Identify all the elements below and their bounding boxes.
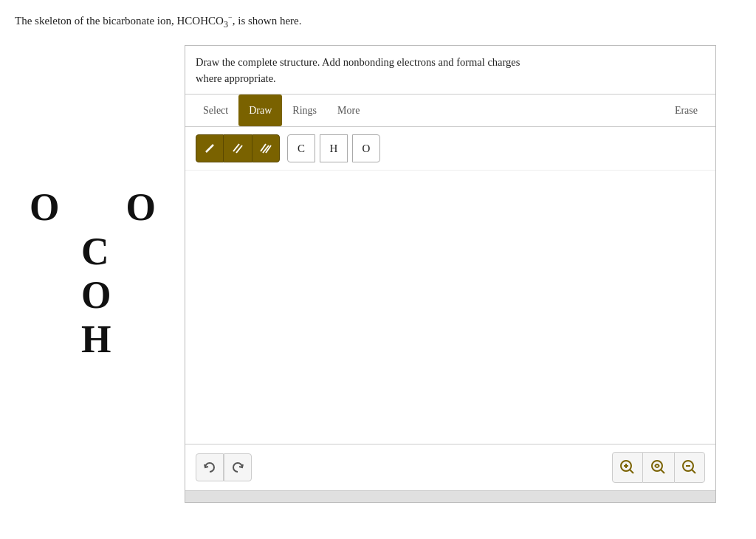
hydrogen-button[interactable]: H [320, 134, 348, 162]
atom-row-o-pair: O O [15, 185, 185, 230]
atom-row-o-mid: O [15, 273, 185, 317]
intro-text: The skeleton of the bicarbonate ion, HCO… [15, 12, 741, 32]
atom-C: C [81, 230, 109, 274]
zoom-out-button[interactable] [674, 452, 705, 483]
intro-text-before: The skeleton of the bicarbonate ion, HCO [15, 15, 200, 27]
atom-O-mid: O [81, 273, 111, 317]
svg-line-11 [661, 470, 664, 473]
draw-panel: Draw the complete structure. Add nonbond… [185, 45, 716, 504]
double-bond-icon [231, 142, 244, 155]
zoom-in-button[interactable] [612, 452, 643, 483]
zoom-out-icon [681, 459, 698, 476]
atom-H: H [81, 317, 111, 362]
zoom-in-icon [619, 459, 636, 476]
panel-instructions: Draw the complete structure. Add nonbond… [185, 46, 715, 95]
instructions-line2: where appropriate. [196, 72, 276, 84]
rings-button[interactable]: Rings [282, 95, 327, 126]
zoom-reset-icon [650, 459, 667, 476]
atom-O-left: O [30, 185, 59, 230]
atom-row-h: H [15, 317, 185, 362]
erase-button[interactable]: Erase [664, 100, 708, 121]
main-layout: O O C O H Draw the complete structure. A… [15, 45, 741, 504]
bond-tools: C H O [185, 127, 715, 171]
atom-row-c: C [15, 230, 185, 274]
double-bond-button[interactable] [224, 134, 252, 162]
draw-button[interactable]: Draw [238, 95, 282, 126]
intro-text-after: , is shown here. [233, 15, 302, 27]
single-bond-button[interactable] [196, 134, 224, 162]
instructions-line1: Draw the complete structure. Add nonbond… [196, 56, 520, 68]
single-bond-icon [203, 142, 216, 155]
bottom-controls [185, 444, 715, 490]
zoom-controls [612, 452, 705, 483]
skeleton-atoms: O O C O H [15, 45, 185, 362]
oxygen-button[interactable]: O [352, 134, 380, 162]
carbon-button[interactable]: C [287, 134, 315, 162]
toolbar: Select Draw Rings More Erase [185, 95, 715, 127]
triple-bond-icon [259, 142, 272, 155]
scrollbar-area[interactable] [185, 490, 715, 502]
redo-icon [231, 461, 244, 474]
atom-O-right: O [126, 185, 155, 230]
svg-line-9 [630, 470, 633, 473]
svg-line-0 [206, 145, 213, 152]
svg-line-14 [692, 470, 695, 473]
zoom-reset-button[interactable] [643, 452, 674, 483]
undo-icon [203, 461, 216, 474]
canvas-area[interactable] [185, 171, 715, 444]
svg-point-10 [652, 461, 662, 471]
triple-bond-button[interactable] [252, 134, 280, 162]
more-button[interactable]: More [327, 95, 370, 126]
undo-button[interactable] [196, 453, 224, 481]
select-button[interactable]: Select [193, 95, 238, 126]
redo-button[interactable] [224, 453, 252, 481]
